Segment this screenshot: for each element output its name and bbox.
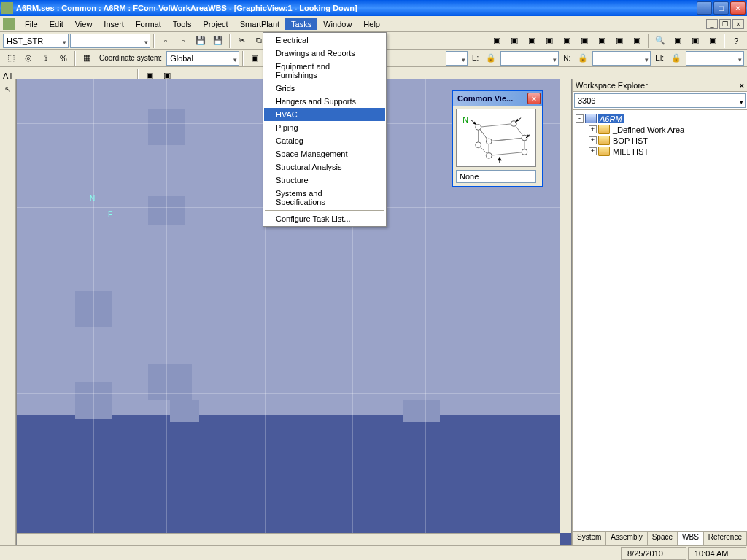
tool-m-icon[interactable]: ▣ (247, 50, 263, 66)
menu-item-hangers-and-supports[interactable]: Hangers and Supports (264, 95, 385, 108)
tool-k-icon[interactable]: ▣ (687, 33, 703, 49)
el-label: El: (652, 55, 667, 62)
tree-root-label[interactable]: A6RM (598, 114, 624, 123)
tree-node[interactable]: +MILL HST (576, 146, 744, 157)
tool-f-icon[interactable]: ▣ (576, 33, 592, 49)
el-combo[interactable] (686, 51, 744, 66)
explorer-tab-reference[interactable]: Reference (704, 532, 747, 545)
tree-node-label[interactable]: MILL HST (611, 147, 650, 156)
menu-item-structural-analysis[interactable]: Structural Analysis (264, 160, 385, 174)
tree-node[interactable]: +BOP HST (576, 135, 744, 146)
tool-c-icon[interactable]: ▣ (524, 33, 540, 49)
menu-item-grids[interactable]: Grids (264, 82, 385, 95)
menu-item-systems-and-specifications[interactable]: Systems and Specifications (264, 187, 385, 209)
tool-l-icon[interactable]: ▣ (705, 33, 721, 49)
tool-b-icon[interactable]: ▣ (506, 33, 522, 49)
svg-marker-13 (498, 157, 502, 160)
viewport-scrollbar-horizontal[interactable] (17, 533, 560, 545)
menu-item-structure[interactable]: Structure (264, 174, 385, 187)
tool-h-icon[interactable]: ▣ (611, 33, 627, 49)
cut-icon[interactable]: ✂ (233, 33, 249, 49)
tool-i-icon[interactable]: ▣ (629, 33, 645, 49)
coord-system-combo[interactable]: Global (166, 51, 239, 66)
menu-smartplant[interactable]: SmartPlant (234, 18, 285, 30)
menu-help[interactable]: Help (357, 18, 386, 30)
grid-icon[interactable]: ▦ (79, 50, 95, 66)
close-button[interactable]: × (730, 1, 746, 15)
tool-g-icon[interactable]: ▣ (594, 33, 610, 49)
combo-2[interactable] (70, 34, 150, 48)
new-icon[interactable]: ▫ (158, 33, 174, 49)
mdi-restore-button[interactable]: ❐ (719, 19, 731, 29)
explorer-tab-assembly[interactable]: Assembly (606, 532, 647, 545)
e-combo[interactable] (500, 51, 559, 66)
n-lock-icon[interactable]: 🔒 (575, 50, 591, 66)
style-combo[interactable] (446, 51, 468, 66)
menu-item-equipment-and-furnishings[interactable]: Equipment and Furnishings (264, 60, 385, 82)
explorer-combo[interactable]: 3306 (574, 93, 746, 108)
explorer-tabs: SystemAssemblySpaceWBSReference (573, 531, 747, 545)
viewport-scrollbar-vertical[interactable] (560, 79, 571, 533)
workspace-explorer: Workspace Explorer × 3306 - A6RM +_Defin… (572, 79, 747, 545)
common-view-panel: Common Vie... × N (452, 90, 543, 187)
maximize-button[interactable]: □ (713, 1, 729, 15)
el-lock-icon[interactable]: 🔒 (668, 50, 684, 66)
viewport-n-mark: N (90, 195, 95, 203)
tree-root[interactable]: - A6RM (576, 113, 744, 124)
menu-item-space-management[interactable]: Space Management (264, 147, 385, 160)
menu-item-electrical[interactable]: Electrical (264, 34, 385, 47)
menu-separator (265, 210, 384, 211)
tree-toggle-icon[interactable]: + (589, 136, 597, 144)
tool-e-icon[interactable]: ▣ (559, 33, 575, 49)
explorer-tab-system[interactable]: System (573, 532, 606, 545)
n-combo[interactable] (592, 51, 651, 66)
explorer-close-button[interactable]: × (740, 81, 744, 90)
tool-a-icon[interactable]: ▣ (489, 33, 505, 49)
menu-view[interactable]: View (69, 18, 98, 30)
menu-item-configure-task-list[interactable]: Configure Task List... (264, 212, 385, 225)
menu-insert[interactable]: Insert (98, 18, 130, 30)
menu-file[interactable]: File (19, 18, 44, 30)
menu-format[interactable]: Format (130, 18, 167, 30)
target-icon[interactable]: ◎ (20, 50, 36, 66)
tool-j-icon[interactable]: ▣ (670, 33, 686, 49)
save-icon-2[interactable]: 💾 (210, 33, 226, 49)
tree-node-label[interactable]: _Defined Work Area (611, 125, 686, 134)
zoom-in-icon[interactable]: 🔍 (652, 33, 668, 49)
help-icon[interactable]: ? (728, 33, 744, 49)
axis-icon[interactable]: ⟟ (38, 50, 54, 66)
menu-project[interactable]: Project (197, 18, 233, 30)
e-lock-icon[interactable]: 🔒 (483, 50, 499, 66)
minimize-button[interactable]: _ (697, 1, 712, 15)
explorer-tab-wbs[interactable]: WBS (678, 532, 704, 545)
menu-item-piping[interactable]: Piping (264, 121, 385, 134)
tree-toggle-icon[interactable]: - (576, 114, 584, 122)
layer-combo[interactable]: HST_STR (3, 34, 69, 48)
select-tool-icon[interactable]: ↖ (1, 82, 15, 96)
common-view-value[interactable]: None (456, 170, 536, 183)
tree-node-label[interactable]: BOP HST (611, 136, 649, 145)
mdi-close-button[interactable]: × (732, 19, 744, 29)
menu-item-hvac[interactable]: HVAC (264, 108, 385, 121)
tree-node[interactable]: +_Defined Work Area (576, 124, 744, 135)
menu-item-catalog[interactable]: Catalog (264, 134, 385, 147)
menu-item-drawings-and-reports[interactable]: Drawings and Reports (264, 47, 385, 60)
tree-toggle-icon[interactable]: + (589, 147, 597, 155)
common-view-close-button[interactable]: × (527, 93, 541, 104)
tool-d-icon[interactable]: ▣ (541, 33, 557, 49)
percent-icon[interactable]: % (55, 50, 71, 66)
menu-tools[interactable]: Tools (167, 18, 198, 30)
open-icon[interactable]: ▫ (175, 33, 191, 49)
menu-window[interactable]: Window (317, 18, 357, 30)
menu-edit[interactable]: Edit (44, 18, 69, 30)
common-view-titlebar[interactable]: Common Vie... × (453, 91, 542, 106)
tree-toggle-icon[interactable]: + (589, 125, 597, 133)
save-icon[interactable]: 💾 (193, 33, 209, 49)
status-time: 10:04 AM (688, 547, 746, 560)
menu-tasks[interactable]: Tasks (285, 18, 317, 30)
app-icon (1, 2, 13, 14)
pick-icon[interactable]: ⬚ (3, 50, 19, 66)
view-cube[interactable]: N (456, 109, 536, 167)
mdi-minimize-button[interactable]: _ (706, 19, 718, 29)
explorer-tab-space[interactable]: Space (648, 532, 678, 545)
